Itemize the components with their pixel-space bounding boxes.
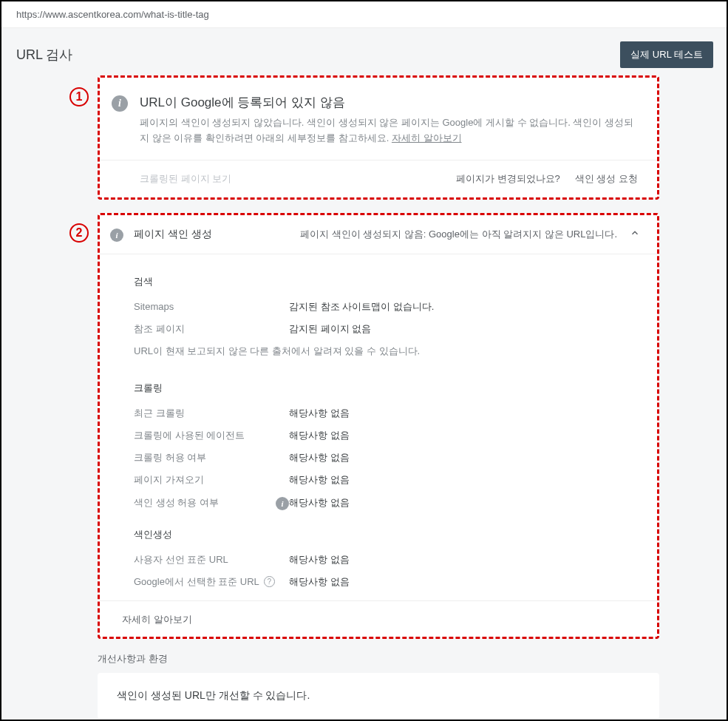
- info-icon: i: [110, 229, 123, 242]
- help-icon[interactable]: ?: [264, 576, 275, 587]
- indexing-card-header[interactable]: i 페이지 색인 생성 페이지 색인이 생성되지 않음: Google에는 아직…: [100, 215, 657, 254]
- page-title: URL 검사: [16, 46, 72, 64]
- discovery-row-sitemaps: Sitemaps 감지된 참조 사이트맵이 없습니다.: [134, 296, 635, 318]
- chevron-up-icon[interactable]: [627, 228, 642, 240]
- kv-key: 페이지 가져오기: [134, 473, 289, 487]
- kv-key-text: Google에서 선택한 표준 URL: [134, 575, 259, 589]
- status-desc-text: 페이지의 색인이 생성되지 않았습니다. 색인이 생성되지 않은 페이지는 Go…: [140, 117, 633, 143]
- kv-val: 해당사항 없음: [289, 451, 350, 464]
- indexing-row-user-canonical: 사용자 선언 표준 URL 해당사항 없음: [134, 549, 635, 571]
- indexing-row-google-canonical: Google에서 선택한 표준 URL ? 해당사항 없음: [134, 571, 635, 593]
- crawl-row-index-allowed: 색인 생성 허용 여부 i 해당사항 없음: [134, 491, 635, 515]
- kv-key: 참조 페이지: [134, 322, 289, 336]
- kv-val: 해당사항 없음: [289, 473, 350, 487]
- status-card-top: i URL이 Google에 등록되어 있지 않음 페이지의 색인이 생성되지 …: [100, 78, 657, 160]
- content-area: 1 i URL이 Google에 등록되어 있지 않음 페이지의 색인이 생성되…: [1, 75, 727, 721]
- live-test-button[interactable]: 실제 URL 테스트: [620, 41, 713, 68]
- indexing-header-label: 페이지 색인 생성: [134, 228, 274, 241]
- page-changed-link[interactable]: 페이지가 변경되었나요?: [456, 172, 560, 186]
- info-icon: i: [112, 95, 128, 112]
- kv-key-text: 색인 생성 허용 여부: [134, 496, 219, 510]
- kv-key: Google에서 선택한 표준 URL ?: [134, 575, 289, 589]
- crawl-row-allowed: 크롤링 허용 여부 해당사항 없음: [134, 447, 635, 469]
- status-card-bottom: 크롤링된 페이지 보기 페이지가 변경되었나요? 색인 생성 요청: [100, 160, 657, 197]
- kv-val: 감지된 참조 사이트맵이 없습니다.: [289, 300, 434, 314]
- annotation-badge-1: 1: [69, 87, 89, 106]
- kv-val: 감지된 페이지 없음: [289, 322, 371, 336]
- indexing-learn-more-link[interactable]: 자세히 알아보기: [100, 600, 657, 637]
- info-icon[interactable]: i: [276, 497, 289, 510]
- status-title: URL이 Google에 등록되어 있지 않음: [140, 94, 638, 111]
- annotation-badge-2: 2: [69, 223, 89, 243]
- crawl-row-last: 최근 크롤링 해당사항 없음: [134, 402, 635, 424]
- crawl-row-fetch: 페이지 가져오기 해당사항 없음: [134, 469, 635, 491]
- kv-key: 크롤링 허용 여부: [134, 451, 289, 464]
- status-card: i URL이 Google에 등록되어 있지 않음 페이지의 색인이 생성되지 …: [98, 75, 659, 200]
- kv-key: 사용자 선언 표준 URL: [134, 553, 289, 566]
- view-crawled-page-link: 크롤링된 페이지 보기: [140, 172, 231, 186]
- kv-val: 해당사항 없음: [289, 575, 350, 589]
- kv-key: Sitemaps: [134, 301, 289, 312]
- indexing-header-status: 페이지 색인이 생성되지 않음: Google에는 아직 알려지지 않은 URL…: [285, 228, 617, 241]
- status-description: 페이지의 색인이 생성되지 않았습니다. 색인이 생성되지 않은 페이지는 Go…: [140, 115, 638, 146]
- status-actions: 페이지가 변경되었나요? 색인 생성 요청: [456, 172, 638, 186]
- kv-key: 크롤링에 사용된 에이전트: [134, 429, 289, 442]
- indexing-card-body: 검색 Sitemaps 감지된 참조 사이트맵이 없습니다. 참조 페이지 감지…: [100, 254, 657, 600]
- section-indexing-title: 색인생성: [134, 515, 635, 549]
- url-bar[interactable]: https://www.ascentkorea.com/what-is-titl…: [1, 1, 727, 28]
- improvements-card: 색인이 생성된 URL만 개선할 수 있습니다.: [98, 673, 659, 719]
- kv-val: 해당사항 없음: [289, 429, 350, 442]
- section-discovery-title: 검색: [134, 262, 635, 296]
- kv-key: 최근 크롤링: [134, 407, 289, 420]
- crawl-row-agent: 크롤링에 사용된 에이전트 해당사항 없음: [134, 424, 635, 447]
- discovery-note: URL이 현재 보고되지 않은 다른 출처에서 알려져 있을 수 있습니다.: [134, 340, 635, 368]
- kv-key: 색인 생성 허용 여부 i: [134, 495, 289, 510]
- learn-more-link[interactable]: 자세히 알아보기: [392, 132, 462, 143]
- kv-val: 해당사항 없음: [289, 407, 350, 420]
- header-row: URL 검사 실제 URL 테스트: [1, 28, 727, 75]
- request-indexing-link[interactable]: 색인 생성 요청: [575, 172, 638, 186]
- indexing-card: i 페이지 색인 생성 페이지 색인이 생성되지 않음: Google에는 아직…: [98, 213, 659, 639]
- improvements-heading: 개선사항과 환경: [98, 652, 712, 666]
- kv-val: 해당사항 없음: [289, 496, 350, 510]
- section-crawl-title: 크롤링: [134, 368, 635, 402]
- discovery-row-referring: 참조 페이지 감지된 페이지 없음: [134, 318, 635, 340]
- kv-val: 해당사항 없음: [289, 553, 350, 566]
